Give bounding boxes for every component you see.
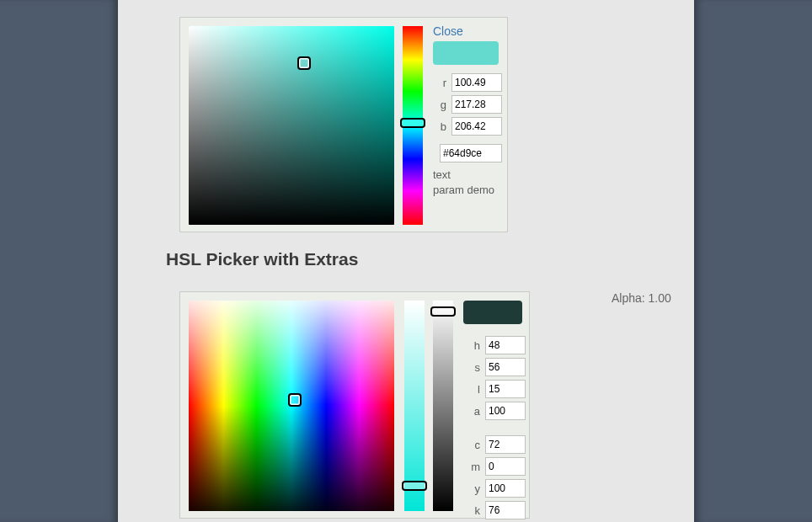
a-label: a (468, 405, 480, 418)
h-input[interactable] (485, 336, 526, 354)
l-label: l (468, 383, 480, 396)
k-input[interactable] (485, 501, 526, 519)
lightness-slider-handle[interactable] (430, 306, 456, 317)
hue-field[interactable] (189, 301, 394, 511)
hsl-color-picker: h s l a c m y k a (179, 291, 530, 519)
c-input[interactable] (485, 435, 526, 454)
y-label: y (468, 482, 480, 495)
hue-field-cursor[interactable] (288, 393, 302, 407)
y-input[interactable] (485, 479, 526, 498)
a-input[interactable] (485, 402, 526, 420)
hue-slider[interactable] (403, 26, 423, 225)
page-gutter-right (694, 0, 812, 522)
section-heading: HSL Picker with Extras (166, 249, 358, 269)
sat-val-cursor[interactable] (297, 56, 311, 70)
k-label: k (468, 504, 480, 517)
rgb-color-picker: Close r g b text param demo (179, 17, 508, 232)
alpha-readout: Alpha: 1.00 (612, 291, 671, 305)
saturation-slider[interactable] (404, 301, 425, 511)
color-swatch (463, 301, 522, 324)
m-label: m (468, 461, 480, 473)
hue-slider-handle[interactable] (400, 118, 425, 128)
g-label: g (435, 99, 446, 111)
c-label: c (468, 439, 480, 451)
b-input[interactable] (451, 117, 502, 136)
sat-val-field[interactable] (189, 26, 394, 225)
l-input[interactable] (485, 380, 526, 398)
g-input[interactable] (451, 95, 502, 114)
s-input[interactable] (485, 358, 526, 376)
lightness-slider[interactable] (433, 301, 453, 511)
hex-input[interactable] (440, 144, 502, 162)
s-label: s (468, 361, 480, 374)
r-input[interactable] (451, 73, 502, 92)
param-demo-link[interactable]: param demo (433, 183, 502, 198)
saturation-slider-handle[interactable] (402, 481, 427, 491)
h-label: h (468, 339, 480, 352)
text-link[interactable]: text (433, 168, 502, 183)
r-label: r (435, 77, 446, 89)
color-swatch (433, 41, 499, 65)
close-button[interactable]: Close (433, 24, 502, 38)
b-label: b (435, 120, 446, 133)
page-gutter-left (0, 0, 118, 522)
m-input[interactable] (485, 457, 526, 476)
